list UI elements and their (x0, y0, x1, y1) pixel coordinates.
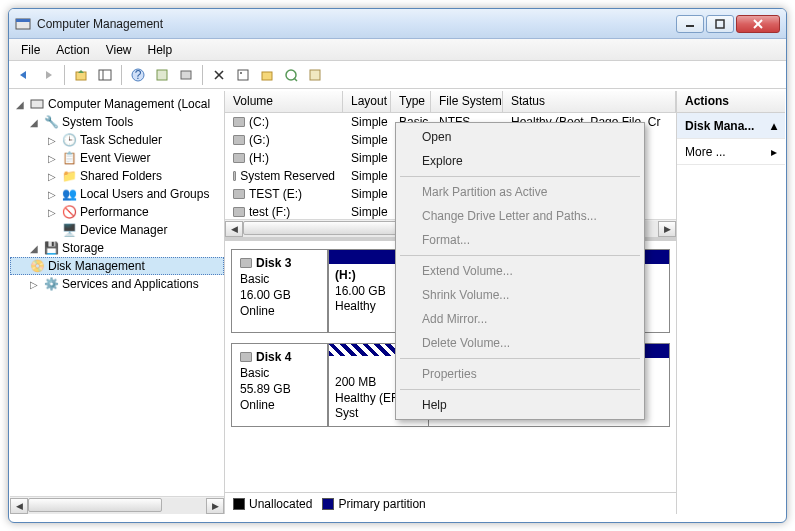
col-status[interactable]: Status (503, 91, 676, 112)
tree-label: Event Viewer (80, 151, 150, 165)
context-menu: OpenExploreMark Partition as ActiveChang… (395, 122, 645, 420)
chevron-up-icon: ▴ (771, 119, 777, 133)
maximize-button[interactable] (706, 15, 734, 33)
clock-icon: 🕒 (61, 132, 77, 148)
tree-root[interactable]: ◢Computer Management (Local (10, 95, 224, 113)
legend-swatch-primary (322, 498, 334, 510)
tree-label: Performance (80, 205, 149, 219)
volume-layout: Simple (343, 205, 391, 219)
volume-name: TEST (E:) (249, 187, 302, 201)
menu-item: Shrink Volume... (398, 283, 642, 307)
minimize-button[interactable] (676, 15, 704, 33)
tree-label: Services and Applications (62, 277, 199, 291)
col-filesystem[interactable]: File System (431, 91, 503, 112)
menu-item: Mark Partition as Active (398, 180, 642, 204)
svg-rect-6 (76, 72, 86, 80)
close-button[interactable] (736, 15, 780, 33)
disk-size: 16.00 GB (240, 288, 319, 302)
disk-icon (240, 258, 252, 268)
partition-status: Healthy (335, 299, 376, 313)
disk-icon: 📀 (29, 258, 45, 274)
menu-view[interactable]: View (98, 41, 140, 59)
tree-storage[interactable]: ◢💾Storage (10, 239, 224, 257)
actions-more[interactable]: More ...▸ (677, 139, 785, 165)
tree-label: Computer Management (Local (48, 97, 210, 111)
scroll-left-button[interactable]: ◀ (225, 221, 243, 237)
svg-text:?: ? (135, 68, 142, 82)
tree-services-apps[interactable]: ▷⚙️Services and Applications (10, 275, 224, 293)
settings-button[interactable] (175, 64, 197, 86)
scroll-right-button[interactable]: ▶ (658, 221, 676, 237)
tree-device-manager[interactable]: 🖥️Device Manager (10, 221, 224, 239)
disk-kind: Basic (240, 366, 319, 380)
volume-icon (233, 135, 245, 145)
menu-item: Add Mirror... (398, 307, 642, 331)
help-button[interactable]: ? (127, 64, 149, 86)
menu-item: Delete Volume... (398, 331, 642, 355)
disk-state: Online (240, 398, 319, 412)
disk-title: Disk 4 (256, 350, 291, 364)
properties-button[interactable] (232, 64, 254, 86)
show-hide-button[interactable] (94, 64, 116, 86)
menu-help[interactable]: Help (140, 41, 181, 59)
tools-icon: 🔧 (43, 114, 59, 130)
titlebar[interactable]: Computer Management (9, 9, 786, 39)
nav-back-button[interactable] (13, 64, 35, 86)
toolbar: ? (9, 61, 786, 89)
tree-label: System Tools (62, 115, 133, 129)
menu-file[interactable]: File (13, 41, 48, 59)
menu-item[interactable]: Explore (398, 149, 642, 173)
refresh-button[interactable] (151, 64, 173, 86)
actions-pane: Actions Disk Mana...▴ More ...▸ (677, 91, 785, 514)
svg-rect-11 (157, 70, 167, 80)
navigation-tree: ◢Computer Management (Local ◢🔧System Too… (10, 91, 225, 514)
menu-separator (400, 255, 640, 256)
nav-forward-button[interactable] (37, 64, 59, 86)
menu-item[interactable]: Help (398, 393, 642, 417)
tree-event-viewer[interactable]: ▷📋Event Viewer (10, 149, 224, 167)
perf-icon: 🚫 (61, 204, 77, 220)
tree-local-users[interactable]: ▷👥Local Users and Groups (10, 185, 224, 203)
scroll-right-button[interactable]: ▶ (206, 498, 224, 514)
legend-label: Primary partition (338, 497, 425, 511)
tree-hscroll[interactable]: ◀ ▶ (10, 496, 224, 514)
volume-name: test (F:) (249, 205, 290, 219)
tree-performance[interactable]: ▷🚫Performance (10, 203, 224, 221)
tree-system-tools[interactable]: ◢🔧System Tools (10, 113, 224, 131)
window-title: Computer Management (37, 17, 676, 31)
col-volume[interactable]: Volume (225, 91, 343, 112)
svg-rect-7 (99, 70, 111, 80)
svg-line-19 (294, 78, 297, 81)
scroll-left-button[interactable]: ◀ (10, 498, 28, 514)
menu-action[interactable]: Action (48, 41, 97, 59)
col-type[interactable]: Type (391, 91, 431, 112)
tree-task-scheduler[interactable]: ▷🕒Task Scheduler (10, 131, 224, 149)
folder-icon: 📁 (61, 168, 77, 184)
disk-header: Disk 4 Basic 55.89 GB Online (232, 344, 328, 426)
tree-disk-management[interactable]: 📀Disk Management (10, 257, 224, 275)
tree-shared-folders[interactable]: ▷📁Shared Folders (10, 167, 224, 185)
actions-disk-management[interactable]: Disk Mana...▴ (677, 113, 785, 139)
svg-rect-15 (238, 70, 248, 80)
rescan-button[interactable] (256, 64, 278, 86)
users-icon: 👥 (61, 186, 77, 202)
delete-button[interactable] (208, 64, 230, 86)
svg-point-16 (240, 72, 242, 74)
col-layout[interactable]: Layout (343, 91, 391, 112)
menubar: File Action View Help (9, 39, 786, 61)
tree-label: Disk Management (48, 259, 145, 273)
menu-item: Properties (398, 362, 642, 386)
up-button[interactable] (70, 64, 92, 86)
menu-item[interactable]: Open (398, 125, 642, 149)
volume-layout: Simple (343, 133, 391, 147)
svg-rect-1 (16, 19, 30, 22)
menu-item: Extend Volume... (398, 259, 642, 283)
disk-header: Disk 3 Basic 16.00 GB Online (232, 250, 328, 332)
more-button[interactable] (304, 64, 326, 86)
tree-label: Task Scheduler (80, 133, 162, 147)
volume-name: (H:) (249, 151, 269, 165)
view-button[interactable] (280, 64, 302, 86)
volume-layout: Simple (343, 115, 391, 129)
volume-name: (G:) (249, 133, 270, 147)
disk-state: Online (240, 304, 319, 318)
